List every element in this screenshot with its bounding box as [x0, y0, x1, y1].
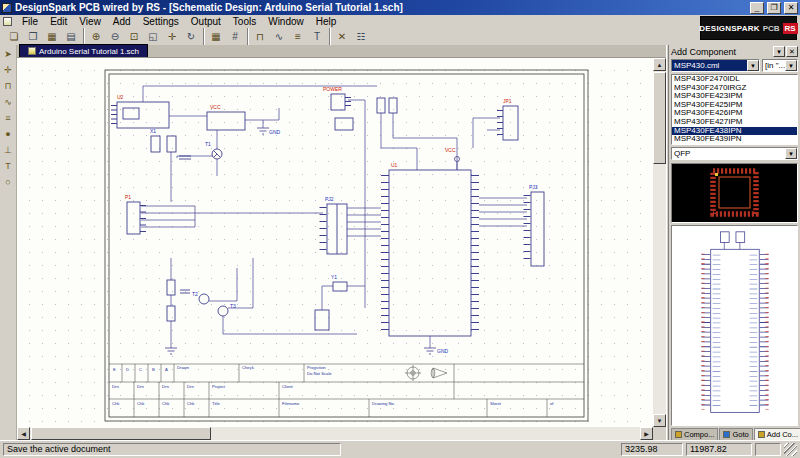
- schematic-label: X1: [150, 128, 156, 134]
- status-message: Save the active document: [3, 443, 341, 456]
- add-wire-tool-icon[interactable]: ∿: [1, 95, 16, 110]
- grid-icon[interactable]: ▦: [207, 29, 225, 45]
- title-block-labels: EDCBADrawnCheckProjectionDo Not ScaleDrn…: [112, 365, 554, 406]
- pan-icon[interactable]: ✛: [163, 29, 181, 45]
- schematic-label: VCC: [210, 104, 221, 110]
- menu-tools[interactable]: Tools: [227, 15, 262, 28]
- close-button[interactable]: ✕: [784, 2, 798, 14]
- menu-view[interactable]: View: [73, 15, 107, 28]
- toolbar-group: ▦#: [203, 28, 247, 45]
- save-icon[interactable]: ▦: [43, 29, 61, 45]
- menu-add[interactable]: Add: [107, 15, 137, 28]
- package-combo[interactable]: QFP ▼: [671, 147, 798, 160]
- vertical-scrollbar[interactable]: ▲ ▼: [653, 58, 666, 427]
- schematic-label: Y1: [331, 274, 337, 280]
- minimize-button[interactable]: _: [750, 2, 764, 14]
- add-component-icon[interactable]: ⊓: [251, 29, 269, 45]
- add-bus-icon[interactable]: ≡: [289, 29, 307, 45]
- add-text-tool-icon[interactable]: T: [1, 159, 16, 174]
- menu-settings[interactable]: Settings: [137, 15, 185, 28]
- document-tab[interactable]: Arduino Serial Tutorial 1.sch: [19, 44, 148, 57]
- menu-edit[interactable]: Edit: [44, 15, 73, 28]
- title-block-label: C: [139, 367, 142, 372]
- schematic-doc-icon: [28, 47, 36, 55]
- scroll-track[interactable]: [211, 427, 640, 440]
- add-shape-tool-icon[interactable]: ○: [1, 175, 16, 190]
- zoom-in-icon[interactable]: ⊕: [87, 29, 105, 45]
- print-icon[interactable]: ▤: [62, 29, 80, 45]
- add-component-panel: Add Component ▾ ✕ MSP430.cml ▼ [in "..."…: [669, 45, 800, 440]
- package-combo-value: QFP: [672, 148, 785, 159]
- select-tool-icon[interactable]: ➤: [1, 47, 16, 62]
- panel-close-icon[interactable]: ✕: [786, 46, 798, 57]
- zoom-full-icon[interactable]: ◱: [144, 29, 162, 45]
- new-file-icon[interactable]: ❏: [5, 29, 23, 45]
- horizontal-scroll-thumb[interactable]: [31, 427, 211, 440]
- menu-output[interactable]: Output: [185, 15, 227, 28]
- footprint-preview: [671, 163, 798, 223]
- scroll-right-button[interactable]: ▶: [640, 427, 653, 440]
- window-title: DesignSpark PCB wired by RS - [Schematic…: [15, 0, 747, 15]
- add-bus-tool-icon[interactable]: ≡: [1, 111, 16, 126]
- title-block-label: Chk: [137, 401, 145, 406]
- schematic-sheet: POWERVCCU2X1T1U1JP1P1PJ2PJ3T2T3Y1VCCGNDG…: [17, 58, 653, 427]
- filter-combo[interactable]: [in "..."] ▼: [762, 59, 798, 72]
- zoom-window-icon[interactable]: ⊡: [125, 29, 143, 45]
- status-blank: [755, 443, 781, 456]
- resize-grip[interactable]: [784, 443, 797, 456]
- horizontal-scrollbar[interactable]: ◀ ▶: [17, 427, 653, 440]
- scroll-left-button[interactable]: ◀: [17, 427, 30, 440]
- panel-tab-compo[interactable]: Compo...: [671, 428, 718, 440]
- schematic-label: PJ2: [325, 196, 334, 202]
- package-row: QFP ▼: [669, 146, 800, 161]
- pan-tool-icon[interactable]: ✛: [1, 63, 16, 78]
- schematic-label: JP1: [503, 98, 512, 104]
- redraw-icon[interactable]: ↻: [182, 29, 200, 45]
- chevron-down-icon[interactable]: ▼: [785, 148, 797, 159]
- title-block-label: Project: [212, 384, 226, 389]
- snap-icon[interactable]: #: [226, 29, 244, 45]
- panel-menu-icon[interactable]: ▾: [773, 46, 785, 57]
- chevron-down-icon[interactable]: ▼: [785, 60, 797, 71]
- title-block-label: Client: [282, 384, 294, 389]
- title-block-label: E: [113, 367, 116, 372]
- add-power-tool-icon[interactable]: ⊥: [1, 143, 16, 158]
- schematic-canvas[interactable]: POWERVCCU2X1T1U1JP1P1PJ2PJ3T2T3Y1VCCGNDG…: [17, 58, 653, 427]
- add-text-icon[interactable]: T: [308, 29, 326, 45]
- schematic-label: VCC: [445, 147, 456, 153]
- open-file-icon[interactable]: ❐: [24, 29, 42, 45]
- vertical-scroll-thumb[interactable]: [653, 72, 666, 164]
- zoom-out-icon[interactable]: ⊖: [106, 29, 124, 45]
- component-list-item[interactable]: MSP430FE439IPN: [672, 135, 797, 144]
- toolbar-group: ❏❐▦▤: [2, 28, 83, 45]
- library-icon[interactable]: ☷: [352, 29, 370, 45]
- maximize-button[interactable]: ❐: [767, 2, 781, 14]
- scroll-up-button[interactable]: ▲: [653, 58, 666, 71]
- component-list[interactable]: MSP430F2470IDLMSP430F2470IRGZMSP430FE423…: [671, 74, 798, 145]
- scroll-down-button[interactable]: ▼: [653, 414, 666, 427]
- library-combo[interactable]: MSP430.cml ▼: [671, 59, 760, 72]
- menu-window[interactable]: Window: [262, 15, 310, 28]
- delete-icon[interactable]: ✕: [333, 29, 351, 45]
- panel-title: Add Component: [671, 47, 772, 57]
- filter-combo-value: [in "..."]: [763, 60, 785, 71]
- symbol-preview: [671, 225, 798, 426]
- schematic-label: P1: [125, 194, 131, 200]
- child-window-icon[interactable]: [3, 17, 12, 26]
- panel-tab-icon: [723, 431, 730, 438]
- menu-file[interactable]: File: [16, 15, 44, 28]
- schematic-label: U1: [391, 162, 398, 168]
- title-block-label: Filename: [282, 401, 300, 406]
- title-block-label: Sheet: [490, 401, 502, 406]
- title-block-label: Check: [242, 365, 255, 370]
- add-junction-tool-icon[interactable]: ●: [1, 127, 16, 142]
- add-wire-icon[interactable]: ∿: [270, 29, 288, 45]
- designspark-logo: DESIGNSPARK PCB RS: [700, 16, 797, 40]
- schematic-label: GND: [437, 348, 449, 354]
- panel-tab-addco[interactable]: Add Co...: [754, 428, 800, 440]
- chevron-down-icon[interactable]: ▼: [747, 60, 759, 71]
- panel-tab-goto[interactable]: Goto: [719, 428, 752, 440]
- title-block-label: Chk: [187, 401, 195, 406]
- menu-help[interactable]: Help: [310, 15, 343, 28]
- add-component-tool-icon[interactable]: ⊓: [1, 79, 16, 94]
